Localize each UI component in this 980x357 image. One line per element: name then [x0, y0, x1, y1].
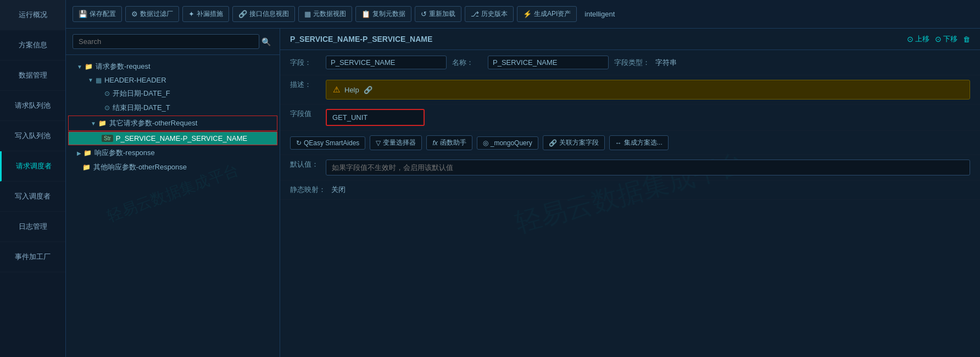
search-input[interactable] [73, 34, 259, 49]
field-value-row: 字段值 [280, 105, 980, 131]
qeasy-smartaides-button[interactable]: ↻ QEasy SmartAides [290, 136, 365, 150]
integration-select-button[interactable]: ↔ 集成方案选... [609, 135, 669, 150]
sidebar-item-qingqiu-diaoduzhe[interactable]: 请求调度者 [0, 151, 65, 182]
down-label: 下移 [943, 34, 957, 44]
mongo-label: _mongoQuery [491, 139, 532, 147]
type-label: 字段类型： [614, 58, 650, 68]
tree-item-other-request[interactable]: ▼ 📁 其它请求参数-otherRequest [68, 116, 277, 131]
api-icon: ⚡ [523, 10, 532, 18]
variable-selector-button[interactable]: ▽ 变量选择器 [370, 135, 422, 150]
save-config-button[interactable]: 💾 保存配置 [73, 6, 122, 22]
sidebar-item-rizhi-guanli[interactable]: 日志管理 [0, 212, 65, 242]
tree-item-label: 其它请求参数-otherRequest [109, 118, 197, 128]
integration-label: 集成方案选... [624, 138, 662, 147]
history-button[interactable]: ⎇ 历史版本 [465, 6, 514, 22]
detail-content: P_SERVICE_NAME-P_SERVICE_NAME ⊙ 上移 ⊙ 下移 … [280, 29, 980, 200]
description-row: 描述： ⚠ Help 🔗 [280, 75, 980, 105]
data-filter-label: 数据过滤厂 [140, 9, 173, 19]
related-field-button[interactable]: 🔗 关联方案字段 [543, 135, 605, 150]
right-panel: 轻易云数据集成平台 P_SERVICE_NAME-P_SERVICE_NAME … [280, 29, 980, 357]
body-area: 轻易云数据集成平台 🔍 ▼ 📁 请求参数-request ▼ ▦ [66, 29, 980, 357]
tree-item-label: HEADER-HEADER [104, 76, 166, 84]
gear-icon: ⚙ [131, 10, 138, 18]
delete-icon: 🗑 [963, 35, 970, 43]
sidebar-item-fanganjinxi[interactable]: 方案信息 [0, 30, 65, 61]
tree-item-header[interactable]: ▼ ▦ HEADER-HEADER [66, 74, 280, 86]
interface-view-button[interactable]: 🔗 接口信息视图 [232, 6, 295, 22]
supplement-label: 补漏措施 [197, 9, 223, 19]
sidebar: 运行概况 方案信息 数据管理 请求队列池 写入队列池 请求调度者 写入调度者 日… [0, 0, 66, 357]
sidebar-item-qingqiuduilieci[interactable]: 请求队列池 [0, 91, 65, 121]
desc-text: Help [344, 86, 359, 94]
smartaides-label: QEasy SmartAides [304, 139, 359, 147]
mongo-query-button[interactable]: ◎ _mongoQuery [477, 136, 538, 150]
reload-icon: ↺ [421, 10, 427, 18]
function-icon: fx [432, 139, 437, 147]
folder-icon: 📁 [85, 63, 93, 70]
tree-item-label: 其他响应参数-otherResponse [93, 162, 187, 172]
search-button[interactable]: 🔍 [259, 35, 273, 48]
field-value-input[interactable] [326, 56, 447, 69]
variable-icon: ▽ [376, 139, 381, 147]
copy-icon: 📋 [361, 10, 370, 18]
tree-arrow [99, 105, 102, 111]
folder-icon: 📁 [98, 119, 107, 127]
tree-item-label: 结束日期-DATE_T [113, 103, 170, 113]
tree-arrow: ▼ [91, 120, 96, 127]
tree-item-request[interactable]: ▼ 📁 请求参数-request [66, 59, 280, 74]
circle-icon: ⊙ [104, 104, 110, 112]
related-label: 关联方案字段 [559, 138, 599, 147]
sidebar-item-label: 数据管理 [19, 71, 47, 79]
tree-item-p-service-name[interactable]: Str P_SERVICE_NAME-P_SERVICE_NAME [68, 131, 277, 145]
up-label: 上移 [915, 34, 929, 44]
detail-title: P_SERVICE_NAME-P_SERVICE_NAME [290, 35, 432, 43]
field-value-field[interactable] [326, 109, 425, 126]
supplement-button[interactable]: ✦ 补漏措施 [182, 6, 229, 22]
left-panel: 轻易云数据集成平台 🔍 ▼ 📁 请求参数-request ▼ ▦ [66, 29, 280, 357]
delete-button[interactable]: 🗑 [963, 35, 970, 43]
table-icon: ▦ [96, 76, 102, 84]
sidebar-item-shijian-jiagonchang[interactable]: 事件加工厂 [0, 242, 65, 272]
tree-item-label: 开始日期-DATE_F [113, 89, 170, 98]
type-value: 字符串 [655, 58, 970, 68]
folder-icon: 📁 [82, 163, 91, 171]
tree-item-response[interactable]: ▶ 📁 响应参数-response [66, 146, 280, 160]
function-helper-button[interactable]: fx 函数助手 [426, 135, 472, 150]
name-value-input[interactable] [488, 56, 609, 69]
default-value-input[interactable] [326, 160, 970, 175]
static-value: 关闭 [331, 185, 346, 195]
copy-metadata-button[interactable]: 📋 复制元数据 [355, 6, 411, 22]
move-down-button[interactable]: ⊙ 下移 [935, 34, 957, 44]
desc-content: ⚠ Help 🔗 [326, 80, 970, 100]
smartaides-icon: ↻ [296, 139, 302, 147]
sidebar-item-label: 方案信息 [19, 41, 47, 49]
up-icon: ⊙ [907, 35, 914, 43]
tree-item-other-response[interactable]: 📁 其他响应参数-otherResponse [66, 160, 280, 174]
tree-item-date-t[interactable]: ⊙ 结束日期-DATE_T [66, 101, 280, 115]
sidebar-item-xieru-diaoduzhe[interactable]: 写入调度者 [0, 182, 65, 212]
data-filter-button[interactable]: ⚙ 数据过滤厂 [125, 6, 179, 22]
toolbar: 💾 保存配置 ⚙ 数据过滤厂 ✦ 补漏措施 🔗 接口信息视图 ▦ 元数据视图 📋… [66, 0, 980, 29]
generate-api-button[interactable]: ⚡ 生成API资产 [517, 6, 577, 22]
copy-metadata-label: 复制元数据 [372, 9, 405, 19]
interface-view-label: 接口信息视图 [249, 9, 289, 19]
sidebar-item-label: 运行概况 [19, 10, 47, 19]
tree-badge-str: Str [102, 135, 113, 142]
tree-item-label: 响应参数-response [94, 148, 155, 158]
move-up-button[interactable]: ⊙ 上移 [907, 34, 929, 44]
sidebar-item-yunxinggaikuang[interactable]: 运行概况 [0, 0, 65, 30]
search-bar: 🔍 [66, 29, 280, 55]
desc-link-icon[interactable]: 🔗 [364, 86, 372, 94]
generate-api-label: 生成API资产 [534, 9, 571, 19]
tree-arrow: ▶ [77, 150, 81, 156]
sidebar-item-xieru-duilieci[interactable]: 写入队列池 [0, 121, 65, 151]
metadata-view-button[interactable]: ▦ 元数据视图 [298, 6, 352, 22]
supplement-icon: ✦ [188, 10, 194, 18]
history-icon: ⎇ [471, 10, 479, 18]
related-icon: 🔗 [549, 139, 557, 147]
save-icon: 💾 [79, 10, 87, 18]
tree-item-date-f[interactable]: ⊙ 开始日期-DATE_F [66, 86, 280, 101]
sidebar-item-shujuguanli[interactable]: 数据管理 [0, 61, 65, 91]
reload-button[interactable]: ↺ 重新加载 [415, 6, 461, 22]
sidebar-item-label: 写入队列池 [15, 131, 51, 140]
